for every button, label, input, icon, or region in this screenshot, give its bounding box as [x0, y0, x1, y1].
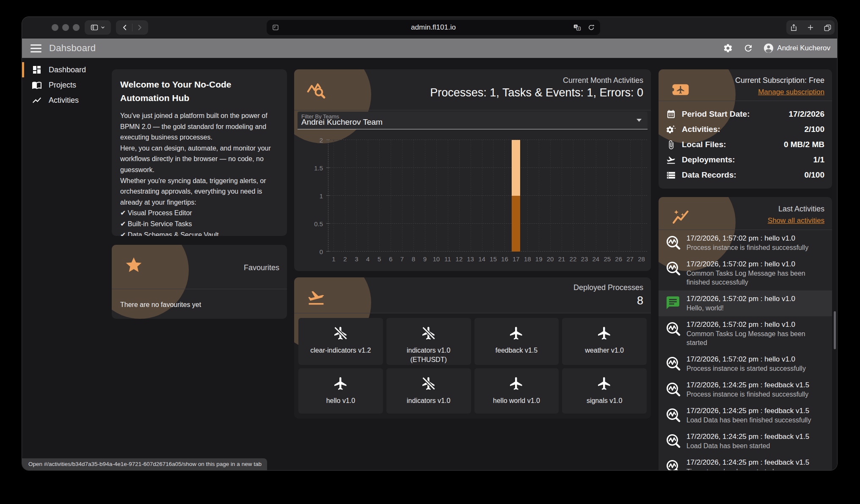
favourites-card: Favourites There are no favourites yet	[112, 245, 287, 319]
scrollbar-thumb[interactable]	[834, 311, 836, 349]
star-icon	[124, 256, 143, 274]
activity-list-item[interactable]: 17/2/2026, 1:24:25 pm : feedback v1.5 Lo…	[659, 403, 832, 428]
activity-list-item[interactable]: 17/2/2026, 1:24:25 pm : feedback v1.5 Lo…	[659, 428, 832, 454]
manage-subscription-link[interactable]: Manage subscription	[758, 88, 824, 96]
refresh-icon[interactable]	[743, 43, 753, 53]
auto-graph-icon	[671, 208, 690, 227]
activity-subtitle: Load Data has been started	[686, 441, 809, 450]
menu-button[interactable]	[30, 44, 41, 52]
deployed-process-tile[interactable]: clear-indicators v1.2	[298, 318, 383, 365]
x-tick-label: 6	[389, 255, 392, 263]
row-value: 1/1	[813, 155, 824, 164]
row-label: Period Start Date:	[682, 110, 750, 119]
process-label: weather v1.0	[585, 346, 624, 355]
deployed-process-tile[interactable]: indicators v1.0	[386, 368, 471, 414]
x-tick-label: 8	[412, 255, 415, 263]
app-header: Dahsboard Andrei Kucherov	[22, 38, 837, 58]
app-body: Dashboard Projects Activities Welcome to…	[22, 58, 837, 470]
flight-icon	[597, 326, 612, 341]
minimize-window-button[interactable]	[62, 24, 69, 31]
process-label: hello world v1.0	[493, 396, 540, 405]
sidebar-item-activities[interactable]: Activities	[22, 93, 112, 108]
x-gridline	[539, 140, 539, 252]
welcome-text-line: ✔ Visual Process Editor	[120, 208, 278, 219]
x-tick-label: 17	[513, 255, 520, 263]
activity-list-item[interactable]: 17/2/2026, 1:57:02 pm : hello v1.0 Proce…	[659, 230, 832, 256]
forward-button[interactable]	[132, 20, 147, 35]
sidebar-item-projects[interactable]: Projects	[22, 77, 112, 93]
translate-icon[interactable]: A 文	[573, 24, 582, 31]
browser-toolbar: admin.fl101.io A 文	[22, 17, 837, 38]
browser-window: admin.fl101.io A 文	[22, 17, 837, 470]
team-filter-select[interactable]: Filter By Teams Andrei Kucherov Team	[298, 112, 648, 129]
deployed-process-tile[interactable]: indicators v1.0(ETHUSDT)	[386, 318, 471, 365]
sidebar-item-label: Activities	[49, 96, 79, 105]
plus-icon	[807, 24, 814, 31]
flight-off-icon	[333, 326, 348, 341]
process-label: indicators v1.0	[407, 346, 450, 355]
x-tick-label: 26	[615, 255, 622, 263]
subscription-row: Deployments: 1/1	[659, 152, 832, 167]
flight-icon	[509, 326, 524, 341]
activity-list-item[interactable]: 17/2/2026, 1:24:25 pm : feedback v1.5 Pr…	[659, 377, 832, 403]
reload-icon[interactable]	[587, 24, 595, 31]
activity-title: 17/2/2026, 1:57:02 pm : hello v1.0	[686, 260, 825, 269]
show-all-activities-link[interactable]: Show all activities	[768, 216, 824, 225]
airplane-ticket-icon	[671, 80, 690, 99]
settings-icon[interactable]	[723, 43, 733, 53]
new-tab-button[interactable]	[803, 20, 818, 35]
x-tick-label: 21	[558, 255, 565, 263]
divider	[112, 289, 287, 289]
filter-value: Andrei Kucherov Team	[301, 118, 383, 127]
activity-subtitle: Process instance is finished successfull…	[686, 243, 808, 252]
storage-icon	[666, 170, 676, 180]
close-window-button[interactable]	[52, 24, 58, 31]
share-button[interactable]	[786, 20, 801, 35]
zoom-window-button[interactable]	[73, 24, 80, 31]
activity-list-item[interactable]: 17/2/2026, 1:57:02 pm : hello v1.0 Hello…	[659, 290, 832, 316]
sidebar-item-dashboard[interactable]: Dashboard	[22, 62, 112, 77]
page-menu-icon[interactable]	[272, 24, 279, 31]
activity-list-item[interactable]: 17/2/2026, 1:57:02 pm : hello v1.0 Proce…	[659, 351, 832, 377]
x-tick-label: 22	[570, 255, 577, 263]
deployed-process-tile[interactable]: hello v1.0	[298, 368, 383, 414]
activity-list-item[interactable]: 17/2/2026, 1:57:02 pm : hello v1.0 Commo…	[659, 256, 832, 290]
x-gridline	[436, 140, 437, 252]
back-button[interactable]	[118, 20, 132, 35]
deployed-process-tile[interactable]: weather v1.0	[562, 318, 647, 365]
card-decoration	[294, 69, 371, 143]
x-gridline	[448, 140, 448, 252]
activity-subtitle: Time stamp has been started	[686, 467, 809, 470]
user-menu[interactable]: Andrei Kucherov	[764, 43, 830, 53]
x-tick-label: 12	[455, 255, 463, 263]
welcome-text-line: Whether you're syncing data, triggering …	[120, 175, 278, 208]
activity-subtitle: Hello, world!	[686, 304, 795, 312]
deployed-process-tile[interactable]: hello world v1.0	[474, 368, 559, 414]
process-label: hello v1.0	[326, 396, 356, 405]
x-gridline	[482, 140, 482, 252]
y-tick-label: 1	[320, 192, 323, 200]
x-gridline	[413, 140, 414, 252]
chevron-down-icon	[100, 25, 105, 30]
sidebar-nav: Dashboard Projects Activities	[22, 58, 112, 470]
address-bar[interactable]: admin.fl101.io A 文	[267, 20, 600, 35]
process-sublabel: (ETHUSDT)	[411, 355, 447, 364]
x-gridline	[504, 140, 505, 252]
tab-overview-button[interactable]	[820, 20, 835, 35]
activity-title: 17/2/2026, 1:24:25 pm : feedback v1.5	[686, 406, 811, 416]
query-stats-icon	[307, 80, 325, 99]
sidebar-toggle-button[interactable]	[85, 20, 111, 35]
flight-icon	[597, 376, 612, 391]
chat-icon	[665, 295, 681, 310]
y-axis	[328, 140, 328, 252]
y-tick-label: 0.5	[314, 220, 323, 227]
deployed-process-tile[interactable]: feedback v1.5	[474, 318, 559, 365]
x-tick-label: 19	[535, 255, 543, 263]
deployed-process-tile[interactable]: signals v1.0	[562, 368, 647, 414]
chart-plot: 00.511.521234567891011121314151617181920…	[328, 140, 647, 252]
x-gridline	[573, 140, 573, 252]
sidebar-item-label: Projects	[49, 81, 76, 90]
menu-book-icon	[32, 80, 42, 90]
activity-list-item[interactable]: 17/2/2026, 1:57:02 pm : hello v1.0 Commo…	[659, 316, 832, 351]
activity-list-item[interactable]: 17/2/2026, 1:24:25 pm : feedback v1.5 Ti…	[659, 454, 832, 470]
